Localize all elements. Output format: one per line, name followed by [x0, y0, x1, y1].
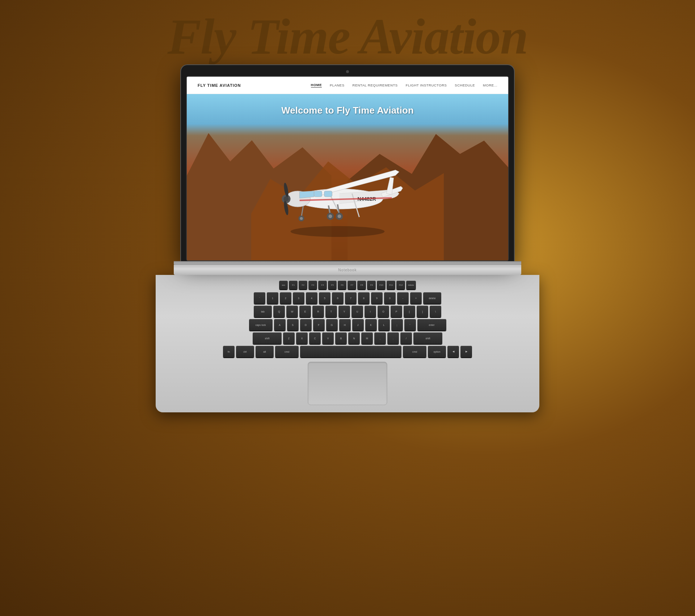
key-b[interactable]: B [335, 332, 347, 344]
key-2[interactable]: 2 [280, 292, 291, 304]
key-semicolon[interactable]: ; [391, 319, 403, 331]
key-rbracket[interactable]: ] [417, 306, 428, 317]
key-x[interactable]: X [296, 332, 308, 344]
number-row: ` 1 2 3 4 5 6 7 8 9 0 - = delete [170, 292, 525, 304]
key-q[interactable]: Q [273, 306, 285, 317]
key-a[interactable]: A [274, 319, 286, 331]
nav-more[interactable]: MORE... [483, 83, 497, 87]
laptop-base-wrapper: Notebook [174, 261, 521, 275]
key-cmd-right[interactable]: cmd [403, 346, 426, 357]
key-slash[interactable]: / [400, 332, 412, 344]
key-d[interactable]: D [300, 319, 312, 331]
svg-rect-9 [324, 191, 332, 197]
hero-title: Welcome to Fly Time Aviation [281, 105, 414, 116]
trackpad[interactable] [308, 362, 387, 405]
key-h[interactable]: H [339, 319, 351, 331]
key-alt[interactable]: alt [256, 346, 274, 357]
key-fn[interactable]: fn [223, 346, 235, 357]
key-f7[interactable]: F7 [348, 281, 356, 289]
nav-home[interactable]: HOME [311, 83, 322, 88]
key-9[interactable]: 9 [371, 292, 383, 304]
key-period[interactable]: . [387, 332, 399, 344]
key-backtick[interactable]: ` [254, 292, 265, 304]
key-p[interactable]: P [391, 306, 402, 317]
key-equals[interactable]: = [410, 292, 422, 304]
key-lbracket[interactable]: [ [404, 306, 415, 317]
key-spacebar[interactable] [300, 346, 401, 357]
nav-schedule[interactable]: SCHEDULE [455, 83, 475, 87]
key-o[interactable]: O [378, 306, 389, 317]
key-f1[interactable]: F1 [289, 281, 298, 289]
key-r[interactable]: R [312, 306, 324, 317]
key-w[interactable]: W [286, 306, 298, 317]
laptop-screen-bezel: FLY TIME AVIATION HOME PLANES RENTAL REQ… [186, 76, 509, 261]
key-delete-fn[interactable]: delete [406, 281, 416, 289]
key-tab[interactable]: tab [254, 306, 272, 317]
key-f[interactable]: F [313, 319, 325, 331]
laptop-camera [346, 70, 349, 73]
key-j[interactable]: J [352, 319, 364, 331]
key-option[interactable]: option [428, 346, 446, 357]
key-f6[interactable]: F6 [338, 281, 346, 289]
nav-rental[interactable]: RENTAL REQUIREMENTS [353, 83, 398, 87]
nav-planes[interactable]: PLANES [330, 83, 345, 87]
key-f11[interactable]: F11 [387, 281, 395, 289]
key-cmd-left[interactable]: cmd [275, 346, 299, 357]
key-8[interactable]: 8 [358, 292, 370, 304]
key-1[interactable]: 1 [267, 292, 278, 304]
key-delete[interactable]: delete [423, 292, 441, 304]
site-logo: FLY TIME AVIATION [198, 83, 241, 88]
key-v[interactable]: V [322, 332, 334, 344]
key-arrow-left[interactable]: ◀ [447, 346, 459, 357]
key-l[interactable]: L [378, 319, 390, 331]
key-f10[interactable]: F10 [377, 281, 386, 289]
key-g[interactable]: G [326, 319, 338, 331]
key-0[interactable]: 0 [384, 292, 396, 304]
key-backslash[interactable]: \ [430, 306, 441, 317]
key-capslock[interactable]: caps lock [249, 319, 273, 331]
key-enter[interactable]: enter [417, 319, 446, 331]
laptop-hinge [174, 261, 521, 265]
key-y[interactable]: Y [338, 306, 350, 317]
nav-links: HOME PLANES RENTAL REQUIREMENTS FLIGHT I… [311, 83, 497, 88]
key-k[interactable]: K [365, 319, 377, 331]
key-4[interactable]: 4 [306, 292, 317, 304]
key-f12[interactable]: F12 [396, 281, 405, 289]
key-u[interactable]: U [351, 306, 363, 317]
key-n[interactable]: N [348, 332, 360, 344]
laptop-label: Notebook [338, 268, 357, 272]
bottom-row: fn ctrl alt cmd cmd option ◀ ▶ [170, 346, 525, 357]
key-t[interactable]: T [325, 306, 337, 317]
website-content: FLY TIME AVIATION HOME PLANES RENTAL REQ… [187, 77, 508, 260]
key-ctrl[interactable]: ctrl [236, 346, 254, 357]
key-esc[interactable]: esc [279, 281, 288, 289]
key-quote[interactable]: ' [404, 319, 416, 331]
key-shift-left[interactable]: shift [253, 332, 282, 344]
key-f2[interactable]: F2 [299, 281, 307, 289]
key-3[interactable]: 3 [293, 292, 304, 304]
key-i[interactable]: I [365, 306, 376, 317]
keyboard-rows: esc F1 F2 F3 F4 F5 F6 F7 F8 F9 F10 F11 F… [170, 281, 525, 357]
key-5[interactable]: 5 [319, 292, 330, 304]
key-minus[interactable]: - [397, 292, 409, 304]
key-f4[interactable]: F4 [318, 281, 327, 289]
key-m[interactable]: M [361, 332, 373, 344]
key-f3[interactable]: F3 [308, 281, 317, 289]
key-7[interactable]: 7 [345, 292, 357, 304]
key-6[interactable]: 6 [332, 292, 344, 304]
key-c[interactable]: C [309, 332, 321, 344]
laptop-mockup: FLY TIME AVIATION HOME PLANES RENTAL REQ… [156, 65, 539, 412]
key-f8[interactable]: F8 [357, 281, 366, 289]
key-shift-right[interactable]: shift [413, 332, 442, 344]
key-z[interactable]: Z [283, 332, 295, 344]
fn-key-row: esc F1 F2 F3 F4 F5 F6 F7 F8 F9 F10 F11 F… [170, 281, 525, 289]
key-f9[interactable]: F9 [367, 281, 376, 289]
key-comma[interactable]: , [374, 332, 386, 344]
key-e[interactable]: E [299, 306, 311, 317]
nav-flight-instructors[interactable]: FLIGHT INSTRUCTORS [406, 83, 447, 87]
key-s[interactable]: S [287, 319, 299, 331]
key-f5[interactable]: F5 [328, 281, 337, 289]
key-arrow-right[interactable]: ▶ [460, 346, 472, 357]
zxcv-row: shift Z X C V B N M , . / shift [170, 332, 525, 344]
svg-rect-8 [314, 191, 322, 197]
